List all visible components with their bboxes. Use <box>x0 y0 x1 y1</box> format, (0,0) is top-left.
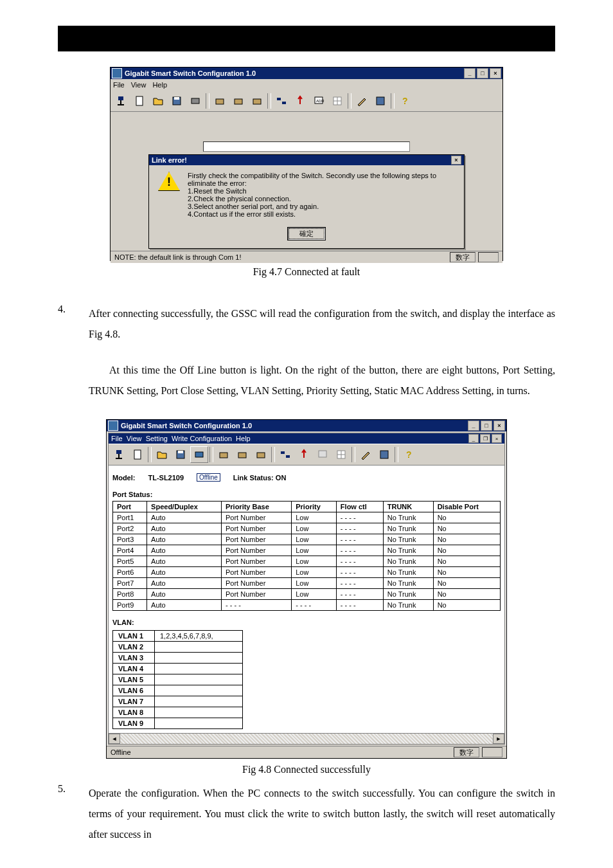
table-row[interactable]: VLAN 8 <box>113 707 243 718</box>
toolbar-vlan-icon[interactable] <box>276 446 294 463</box>
table-row[interactable]: Port2AutoPort NumberLow- - - -No TrunkNo <box>113 523 501 534</box>
toolbar-new-icon[interactable] <box>129 446 147 463</box>
table-row[interactable]: VLAN 2 <box>113 642 243 653</box>
svg-rect-22 <box>134 450 141 459</box>
toolbar-help-icon[interactable]: ? <box>396 93 414 109</box>
toolbar-connect-icon[interactable] <box>112 93 130 109</box>
table-row[interactable]: VLAN 9 <box>113 718 243 729</box>
table-header: Disable Port <box>433 502 500 512</box>
menu-help[interactable]: Help <box>152 81 167 89</box>
toolbar-trunk-setting-icon[interactable] <box>233 446 251 463</box>
svg-rect-27 <box>238 453 246 458</box>
table-header: Priority <box>292 502 337 512</box>
toolbar-trunk-setting-icon[interactable] <box>229 93 247 109</box>
table-row[interactable]: Port7AutoPort NumberLow- - - -No TrunkNo <box>113 578 501 589</box>
menu-view[interactable]: View <box>127 435 142 442</box>
toolbar-write-icon[interactable] <box>375 446 393 463</box>
menu-setting[interactable]: Setting <box>146 435 168 442</box>
progress-bar <box>203 141 410 152</box>
window-title: Gigabit Smart Switch Configuration 1.0 <box>125 69 256 77</box>
table-row[interactable]: Port8AutoPort NumberLow- - - -No TrunkNo <box>113 589 501 600</box>
scroll-right-icon[interactable]: ► <box>493 734 504 744</box>
toolbar-port-setting-icon[interactable] <box>211 93 229 109</box>
toolbar-table-icon[interactable] <box>332 446 350 463</box>
menu-file[interactable]: File <box>111 435 123 442</box>
app-icon <box>112 68 122 78</box>
table-row[interactable]: VLAN 3 <box>113 653 243 664</box>
table-row[interactable]: Port4AutoPort NumberLow- - - -No TrunkNo <box>113 545 501 556</box>
close-button[interactable]: × <box>490 68 501 78</box>
toolbar: ? <box>109 444 504 466</box>
table-row[interactable]: VLAN 7 <box>113 696 243 707</box>
toolbar-help-icon[interactable]: ? <box>400 446 418 463</box>
toolbar-table-icon[interactable] <box>328 93 346 109</box>
toolbar-open-icon[interactable] <box>153 446 171 463</box>
toolbar-wizard-icon[interactable] <box>357 446 375 463</box>
toolbar-write-icon[interactable] <box>371 93 389 109</box>
child-minimize-button[interactable]: _ <box>468 434 479 443</box>
toolbar-priority-icon[interactable] <box>295 446 313 463</box>
window-titlebar[interactable]: Gigabit Smart Switch Configuration 1.0 _… <box>107 420 506 431</box>
svg-rect-5 <box>174 97 179 100</box>
table-row[interactable]: VLAN 5 <box>113 674 243 685</box>
svg-rect-19 <box>116 450 121 454</box>
toolbar-port-close-icon[interactable] <box>252 446 270 463</box>
horizontal-scrollbar[interactable]: ◄ ► <box>109 733 504 744</box>
dialog-ok-button[interactable]: 確定 <box>287 227 326 240</box>
menu-write-configuration[interactable]: Write Configuration <box>172 435 232 442</box>
svg-rect-24 <box>178 451 183 453</box>
maximize-button[interactable]: □ <box>477 68 488 78</box>
toolbar-vlan-icon[interactable] <box>272 93 290 109</box>
window-titlebar[interactable]: Gigabit Smart Switch Configuration 1.0 _… <box>111 68 502 79</box>
scroll-track[interactable] <box>120 734 493 744</box>
dialog-titlebar[interactable]: Link error! × <box>149 155 464 165</box>
toolbar-wizard-icon[interactable] <box>353 93 371 109</box>
status-mode: 数字 <box>454 747 479 757</box>
child-close-button[interactable]: × <box>492 434 502 443</box>
toolbar-new-icon[interactable] <box>130 93 148 109</box>
table-row[interactable]: Port9Auto- - - -- - - -- - - -No TrunkNo <box>113 600 501 611</box>
menu-view[interactable]: View <box>131 81 147 89</box>
warning-icon <box>158 172 180 191</box>
table-row[interactable]: Port6AutoPort NumberLow- - - -No TrunkNo <box>113 567 501 578</box>
child-restore-button[interactable]: ❐ <box>480 434 490 443</box>
toolbar-save-icon[interactable] <box>172 446 190 463</box>
paragraph-step-4: After connecting successfully, the GSSC … <box>89 303 555 345</box>
table-row[interactable]: Port3AutoPort NumberLow- - - -No TrunkNo <box>113 534 501 545</box>
toolbar-offline-icon[interactable] <box>186 93 204 109</box>
dialog-close-button[interactable]: × <box>451 156 461 165</box>
toolbar-open-icon[interactable] <box>149 93 167 109</box>
svg-rect-20 <box>118 454 120 458</box>
svg-rect-9 <box>253 99 261 104</box>
svg-rect-28 <box>257 453 265 458</box>
scroll-left-icon[interactable]: ◄ <box>109 734 120 744</box>
status-grip <box>482 747 502 757</box>
toolbar-port-close-icon[interactable] <box>248 93 266 109</box>
toolbar-mac-icon[interactable] <box>314 446 332 463</box>
vlan-label: VLAN: <box>112 616 501 629</box>
close-button[interactable]: × <box>493 420 505 431</box>
child-window-titlebar[interactable]: File View Setting Write Configuration He… <box>109 433 504 444</box>
toolbar-connect-icon[interactable] <box>110 446 128 463</box>
screenshot-connected-ok: Gigabit Smart Switch Configuration 1.0 _… <box>106 419 507 759</box>
svg-rect-17 <box>377 97 384 105</box>
table-row[interactable]: VLAN 6 <box>113 685 243 696</box>
toolbar-mac-icon[interactable]: ADR <box>310 93 328 109</box>
maximize-button[interactable]: □ <box>481 420 492 431</box>
toolbar-save-icon[interactable] <box>168 93 186 109</box>
table-row[interactable]: Port1AutoPort NumberLow- - - -No TrunkNo <box>113 512 501 523</box>
table-row[interactable]: Port5AutoPort NumberLow- - - -No TrunkNo <box>113 556 501 567</box>
toolbar-port-setting-icon[interactable] <box>215 446 233 463</box>
menu-help[interactable]: Help <box>236 435 251 442</box>
menu-file[interactable]: File <box>113 81 125 89</box>
minimize-button[interactable]: _ <box>464 68 475 78</box>
table-row[interactable]: VLAN 4 <box>113 664 243 674</box>
link-status-value: ON <box>276 474 287 482</box>
table-row[interactable]: VLAN 11,2,3,4,5,6,7,8,9, <box>113 631 243 642</box>
toolbar-offline-button[interactable] <box>190 446 208 463</box>
toolbar-priority-icon[interactable] <box>291 93 309 109</box>
minimize-button[interactable]: _ <box>468 420 479 431</box>
figure-caption-4-7: Fig 4.7 Connected at fault <box>58 266 555 278</box>
svg-rect-31 <box>319 451 326 457</box>
port-status-label: Port Status: <box>112 488 501 501</box>
